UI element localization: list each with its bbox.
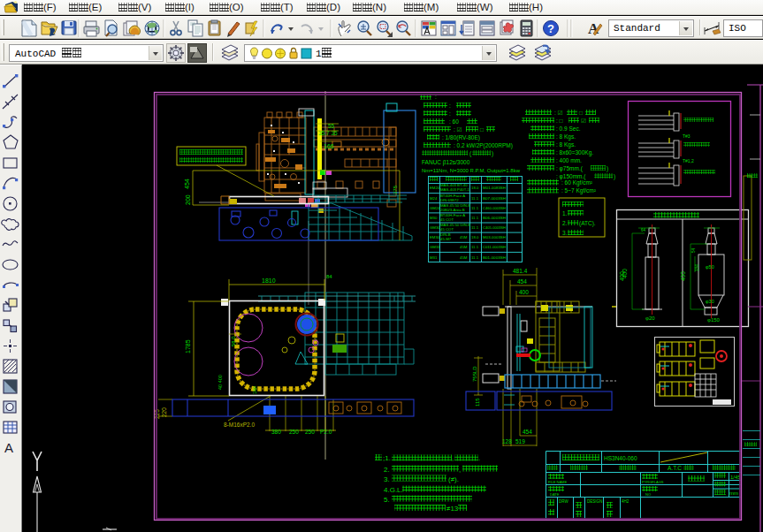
svg-text:4H2: 4H2 [622, 499, 629, 504]
svg-text:128: 128 [502, 438, 512, 445]
svg-text:: 0.2 kW/2P(2000RPM): : 0.2 kW/2P(2000RPM) [454, 142, 513, 149]
svg-text:200: 200 [185, 194, 191, 205]
svg-text::: : [449, 103, 451, 109]
svg-text:DRW: DRW [559, 499, 568, 504]
svg-text:DESIGN: DESIGN [587, 499, 602, 504]
svg-text:58.0: 58.0 [231, 336, 236, 346]
svg-text:P2.0: P2.0 [320, 429, 332, 435]
svg-text:45 COT: 45 COT [440, 227, 454, 232]
svg-text:2.: 2. [384, 466, 390, 474]
svg-text:400: 400 [519, 289, 529, 295]
svg-text:250: 250 [305, 429, 315, 435]
svg-text:: 400 mm.: : 400 mm. [556, 157, 582, 163]
svg-text:: 0.9 Sec.: : 0.9 Sec. [556, 125, 581, 132]
svg-text:;1.: ;1. [383, 454, 391, 462]
svg-text:PYRGFLAGS: PYRGFLAGS [642, 480, 664, 484]
svg-text:18.0: 18.0 [471, 186, 479, 190]
svg-text:φ150: φ150 [707, 317, 721, 323]
svg-text:A.T.C: A.T.C [668, 465, 682, 471]
svg-text:: 60: : 60 [449, 118, 459, 125]
svg-text:MAS-403 P40T-1: MAS-403 P40T-1 [440, 187, 470, 192]
svg-text:HS3N40-060: HS3N40-060 [604, 455, 637, 461]
svg-text:FANUC β12s/3000: FANUC β12s/3000 [422, 159, 470, 166]
svg-text::: : [449, 110, 451, 117]
svg-text:2080/3-Area B: 2080/3-Area B [440, 208, 465, 212]
svg-text:250: 250 [289, 429, 299, 435]
svg-text:□: □ [480, 126, 484, 133]
svg-text:M30: M30 [430, 216, 438, 220]
svg-text:EM20: EM20 [430, 186, 440, 190]
svg-text:≠13: ≠13 [446, 505, 459, 513]
svg-text:3.: 3. [562, 230, 568, 236]
svg-text:45M: 45M [460, 235, 468, 239]
svg-text:DATE: DATE [550, 492, 560, 497]
svg-text:84: 84 [326, 274, 332, 279]
svg-text:: ☑: : ☑ [454, 126, 462, 133]
svg-text:115: 115 [475, 398, 480, 407]
svg-text:□: □ [579, 110, 583, 116]
svg-text:: 8 Kgs.: : 8 Kgs. [556, 133, 576, 141]
svg-text:2.: 2. [562, 220, 568, 226]
svg-text:: φ75mm.(: : φ75mm.( [556, 165, 584, 172]
svg-text:.: . [478, 454, 480, 462]
svg-text:375: 375 [393, 185, 398, 194]
svg-text:☑: ☑ [581, 118, 586, 124]
svg-text:1.: 1. [562, 210, 568, 217]
svg-text:NO: NO [645, 492, 651, 497]
svg-text:220: 220 [161, 407, 167, 417]
svg-text:(ATC).: (ATC). [579, 220, 596, 227]
svg-text:454: 454 [184, 179, 190, 189]
svg-text:: 8 Kgs.: : 8 Kgs. [556, 141, 576, 148]
svg-text:400: 400 [622, 269, 628, 278]
svg-text:GM24: GM24 [430, 206, 440, 210]
svg-text:B06-0003SH: B06-0003SH [483, 216, 506, 220]
svg-text:EM30: EM30 [430, 235, 440, 239]
svg-text:11.1: 11.1 [471, 245, 479, 249]
svg-text:11.1: 11.1 [471, 255, 479, 260]
svg-text:φ50: φ50 [706, 264, 714, 270]
svg-text:C011-0003SH: C011-0003SH [483, 245, 506, 249]
svg-text:18.0: 18.0 [471, 235, 479, 239]
svg-text:8-M16xP2.0: 8-M16xP2.0 [224, 422, 255, 428]
svg-text:3.: 3. [384, 475, 390, 483]
svg-text:: ☑: : ☑ [554, 110, 563, 116]
svg-text:45M: 45M [460, 255, 468, 260]
svg-text:C405-0003SH: C405-0003SH [483, 225, 506, 230]
svg-text:5.: 5. [384, 496, 390, 504]
svg-text:φ20: φ20 [645, 315, 655, 321]
svg-text:mm: mm [729, 490, 738, 496]
svg-text:45-M7: 45-M7 [440, 237, 452, 241]
svg-text:,: , [452, 454, 454, 462]
svg-text:,: , [459, 466, 461, 474]
svg-text:54: 54 [691, 247, 696, 253]
svg-text:A: A [4, 440, 13, 455]
svg-text:B01-0003SH: B01-0003SH [483, 255, 506, 260]
svg-text:40 400: 40 400 [217, 375, 223, 390]
svg-text:T#1,2: T#1,2 [683, 158, 694, 163]
svg-text:M24: M24 [430, 196, 438, 201]
svg-text:GM31: GM31 [430, 245, 440, 249]
svg-text:11.1: 11.1 [471, 216, 479, 220]
svg-text:): ) [614, 173, 615, 180]
svg-text:Nm=11Nm, N=3000 R.P.M, Output=: Nm=11Nm, N=3000 R.P.M, Output=1.8kw [422, 168, 521, 173]
svg-text:B07-0003SH: B07-0003SH [483, 196, 506, 201]
svg-text:(≠).: (≠). [448, 475, 459, 483]
svg-text:166: 166 [324, 143, 334, 149]
svg-text:M01-0083SH: M01-0083SH [483, 186, 506, 190]
svg-text:4.G.L.: 4.G.L. [384, 486, 403, 494]
svg-text:400: 400 [680, 271, 686, 281]
svg-text:380: 380 [271, 429, 281, 435]
svg-text:: 8x60=300Kg.: : 8x60=300Kg. [556, 149, 593, 156]
svg-text:: 60 Kgf/cm²: : 60 Kgf/cm² [561, 179, 593, 186]
svg-text:M03-0003SH: M03-0003SH [483, 235, 506, 239]
svg-text:: □: : □ [556, 118, 563, 124]
svg-text:45M: 45M [460, 245, 468, 249]
svg-text:DIN 69872: DIN 69872 [440, 198, 459, 202]
svg-text:64: 64 [641, 228, 646, 232]
svg-text:): ) [492, 150, 493, 157]
svg-text:φ30: φ30 [706, 299, 714, 304]
svg-text:11.1: 11.1 [471, 206, 479, 210]
svg-text:M31: M31 [430, 255, 438, 260]
svg-text:GM30: GM30 [430, 225, 440, 230]
svg-text:): ) [607, 165, 608, 172]
